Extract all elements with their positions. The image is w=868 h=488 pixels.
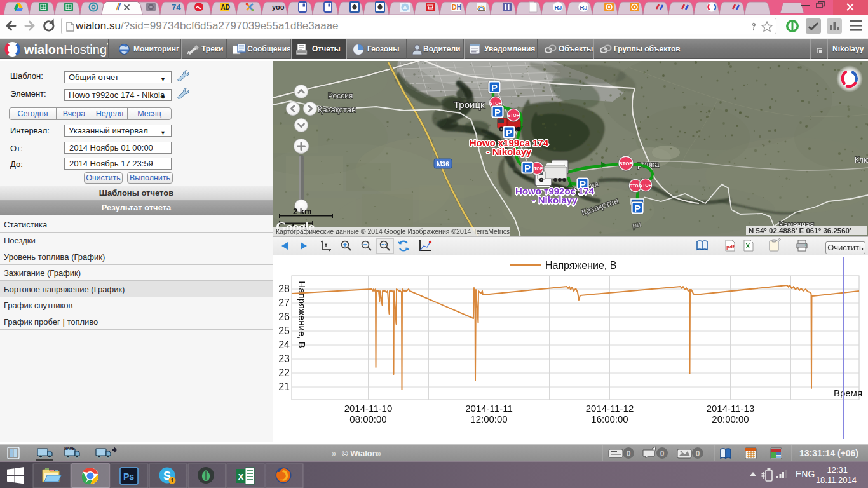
svg-text:Россия: Россия (328, 92, 353, 100)
svg-text:0: 0 (660, 449, 665, 458)
svg-text:H: H (456, 3, 461, 11)
svg-text:Картографические данные © 2014: Картографические данные © 2014 Google Из… (276, 227, 510, 235)
svg-text:20:00:00: 20:00:00 (712, 414, 749, 424)
svg-text:13:31:14 (+06): 13:31:14 (+06) (799, 448, 858, 458)
svg-text:NAME: NAME (64, 446, 75, 451)
svg-text:Қазақстан: Қазақстан (318, 105, 356, 114)
svg-text:AD: AD (221, 4, 230, 11)
svg-text:2 km: 2 km (293, 207, 312, 216)
svg-text:0: 0 (696, 449, 700, 458)
svg-text:- Nikolayy: - Nikolayy (487, 146, 532, 157)
svg-text:Y: Y (324, 241, 328, 248)
svg-text:2014-11-10: 2014-11-10 (344, 403, 393, 414)
svg-text:27: 27 (278, 297, 290, 308)
svg-text:18.11.2014: 18.11.2014 (816, 475, 857, 485)
svg-text:74: 74 (172, 3, 181, 12)
svg-text:1: 1 (171, 477, 174, 484)
svg-text:М36: М36 (437, 161, 449, 168)
svg-text:X: X (745, 243, 750, 250)
svg-text:2014-11-11: 2014-11-11 (465, 403, 513, 414)
svg-text:ри: ри (632, 220, 642, 230)
svg-text:»: » (332, 449, 336, 458)
svg-text:J: J (584, 4, 587, 11)
svg-text:J: J (559, 4, 562, 11)
svg-text:12:00:00: 12:00:00 (470, 414, 507, 424)
svg-text:23: 23 (278, 353, 290, 364)
svg-text:© Wialon: © Wialon (342, 449, 377, 458)
svg-text:28: 28 (278, 283, 290, 294)
svg-text:pdf: pdf (726, 244, 735, 250)
svg-text:12:31: 12:31 (827, 465, 848, 475)
svg-text:0: 0 (627, 449, 631, 458)
svg-text:Напряжение, В: Напряжение, В (297, 281, 308, 348)
svg-text:ENG: ENG (796, 469, 815, 479)
svg-text:Клю: Клю (855, 156, 868, 165)
svg-text:»: » (377, 449, 381, 458)
svg-text:N 54° 02.4888' E 061° 36.2560': N 54° 02.4888' E 061° 36.2560' (749, 227, 851, 234)
svg-text:Троицк: Троицк (454, 99, 485, 110)
svg-text:Время: Время (834, 388, 862, 398)
svg-text:25: 25 (278, 325, 290, 336)
svg-text:22: 22 (278, 367, 290, 378)
svg-text:yoo: yoo (272, 3, 285, 11)
svg-text:2014-11-13: 2014-11-13 (707, 403, 755, 414)
svg-text:2014-11-12: 2014-11-12 (586, 403, 634, 414)
svg-text:26: 26 (278, 311, 290, 322)
svg-text:16:00:00: 16:00:00 (591, 414, 628, 424)
svg-text:Ps: Ps (123, 471, 134, 482)
svg-text:Напряжение, В: Напряжение, В (545, 260, 616, 271)
svg-text:08:00:00: 08:00:00 (349, 414, 386, 424)
svg-text:X: X (238, 472, 244, 482)
svg-text:24: 24 (278, 339, 290, 350)
svg-text:21: 21 (278, 381, 290, 392)
svg-text:- Nikolayy: - Nikolayy (532, 194, 578, 205)
